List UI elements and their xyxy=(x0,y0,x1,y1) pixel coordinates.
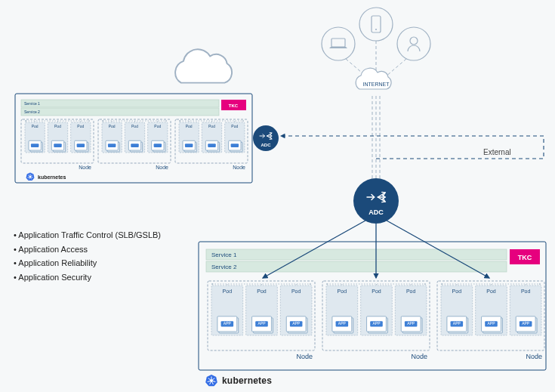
pod-label: Pod xyxy=(406,289,416,294)
user-icon xyxy=(408,37,420,51)
pod: Pod xyxy=(225,122,245,153)
node: PodPodPodNode xyxy=(21,119,94,170)
app-badge-label: APP xyxy=(372,321,381,326)
node-label: Node xyxy=(233,165,245,170)
app-badge-label: APP xyxy=(453,321,461,326)
client-laptop-circle xyxy=(322,27,355,60)
svg-text:TKC: TKC xyxy=(229,103,239,108)
external-label: External xyxy=(483,148,511,156)
small-cluster: Service 1 Service 2 TKC PodPodPodNodePod… xyxy=(15,49,252,183)
main-svc2: Service 2 xyxy=(211,264,237,270)
app-badge-label: APP xyxy=(224,321,232,326)
main-svc1: Service 1 xyxy=(211,252,237,258)
adc-small: ADC xyxy=(253,125,279,151)
svg-rect-64 xyxy=(185,144,193,147)
pod-label: Pod xyxy=(109,124,116,128)
pod: Pod xyxy=(102,122,122,153)
k8s-label-small: kubernetes xyxy=(38,174,66,180)
app-badge-label: APP xyxy=(292,321,301,326)
svg-rect-69 xyxy=(208,144,215,147)
pod: Pod xyxy=(148,122,168,153)
svg-line-20 xyxy=(385,59,406,77)
k8s-wheel-icon xyxy=(26,172,35,181)
app-badge-label: APP xyxy=(407,321,415,326)
app-badge-label: APP xyxy=(487,321,495,326)
pod: PodAPP xyxy=(361,286,393,335)
svg-rect-22 xyxy=(21,100,219,107)
app-badge-label: APP xyxy=(257,321,266,326)
pod-label: Pod xyxy=(231,124,238,128)
internet-label: INTERNET xyxy=(363,82,390,87)
pod: Pod xyxy=(125,122,144,153)
pod-label: Pod xyxy=(291,289,301,294)
svg-point-17 xyxy=(410,37,418,45)
node: PodPodPodNode xyxy=(98,119,171,170)
pod-label: Pod xyxy=(186,124,193,128)
node: PodAPPPodAPPPodAPPNode xyxy=(437,281,544,360)
cloud-icon xyxy=(175,49,232,82)
pod-label: Pod xyxy=(521,289,531,294)
svg-rect-74 xyxy=(231,144,239,147)
laptop-icon xyxy=(329,39,347,48)
pod: PodAPP xyxy=(510,286,541,335)
pod: Pod xyxy=(25,122,45,153)
pod: PodAPP xyxy=(326,286,358,335)
app-badge-label: APP xyxy=(522,321,530,326)
pod-label: Pod xyxy=(154,124,161,128)
k8s-label-main: kubernetes xyxy=(222,375,272,386)
client-phone-circle xyxy=(359,8,393,41)
pod: PodAPP xyxy=(246,286,278,335)
pod-label: Pod xyxy=(223,289,233,294)
feature-bullets: Application Traffic Control (SLB/GSLB) A… xyxy=(14,228,161,285)
svg-rect-30 xyxy=(31,144,39,147)
adc-big: ADC xyxy=(353,178,399,224)
phone-icon xyxy=(372,16,381,32)
svg-text:ADC: ADC xyxy=(368,208,384,216)
node-label: Node xyxy=(296,353,313,360)
svg-rect-52 xyxy=(131,144,138,147)
svg-text:ADC: ADC xyxy=(261,143,272,147)
pod: Pod xyxy=(202,122,221,153)
pod: PodAPP xyxy=(476,286,507,335)
clients-group: INTERNET xyxy=(322,8,430,89)
pod: PodAPP xyxy=(211,286,243,335)
svg-rect-40 xyxy=(77,144,85,147)
svg-rect-57 xyxy=(154,144,162,147)
pod-label: Pod xyxy=(452,289,462,294)
pod-label: Pod xyxy=(338,289,347,294)
pod-label: Pod xyxy=(257,289,267,294)
bullet-item: Application Security xyxy=(14,270,161,285)
svg-rect-14 xyxy=(331,39,345,47)
pod-label: Pod xyxy=(54,124,61,128)
svg-point-139 xyxy=(353,178,399,224)
pod-label: Pod xyxy=(486,289,496,294)
pod-label: Pod xyxy=(32,124,39,128)
bullet-item: Application Reliability xyxy=(14,256,161,270)
bullet-item: Application Traffic Control (SLB/GSLB) xyxy=(14,228,161,242)
svg-point-16 xyxy=(375,29,377,30)
pod: Pod xyxy=(48,122,67,153)
small-svc2: Service 2 xyxy=(24,110,40,114)
svg-rect-77 xyxy=(206,249,507,260)
node-label: Node xyxy=(156,165,168,170)
k8s-wheel-icon xyxy=(205,375,217,386)
node: PodPodPodNode xyxy=(175,119,248,170)
client-user-circle xyxy=(397,27,430,60)
node: PodAPPPodAPPPodAPPNode xyxy=(208,281,315,360)
pod: PodAPP xyxy=(441,286,473,335)
pod: PodAPP xyxy=(395,286,427,335)
node-label: Node xyxy=(526,353,542,360)
pod: PodAPP xyxy=(280,286,312,335)
node: PodAPPPodAPPPodAPPNode xyxy=(322,281,430,360)
bullet-item: Application Access xyxy=(14,242,161,257)
internet-cloud: INTERNET xyxy=(356,68,391,89)
svg-rect-23 xyxy=(21,108,219,116)
main-cluster: Service 1 Service 2 TKC PodAPPPodAPPPodA… xyxy=(199,242,546,386)
node-label: Node xyxy=(79,165,91,170)
pod-label: Pod xyxy=(372,289,381,294)
pod-label: Pod xyxy=(208,124,215,128)
small-svc1: Service 1 xyxy=(24,101,40,106)
pod-label: Pod xyxy=(77,124,84,128)
svg-text:TKC: TKC xyxy=(518,254,532,261)
pod: Pod xyxy=(71,122,91,153)
